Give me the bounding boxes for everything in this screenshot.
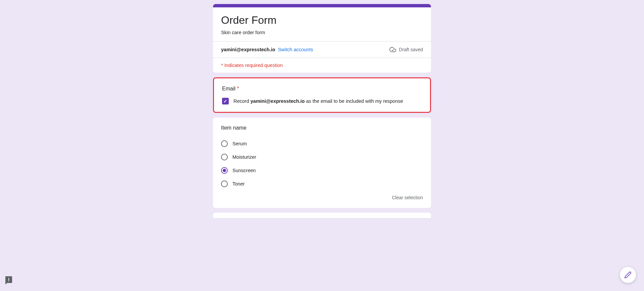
exclamation-icon: ! bbox=[8, 277, 10, 282]
account-row: yamini@expresstech.io Switch accounts Dr… bbox=[213, 41, 431, 58]
pencil-icon bbox=[624, 271, 632, 279]
radio-circle bbox=[221, 140, 228, 147]
cloud-check-icon bbox=[389, 46, 396, 53]
draft-status: Draft saved bbox=[389, 46, 423, 53]
checkmark-icon: ✓ bbox=[223, 98, 227, 104]
switch-accounts-link[interactable]: Switch accounts bbox=[278, 47, 313, 52]
item-question-card: Item name Serum Moisturizer Sunscreen To… bbox=[213, 118, 431, 208]
radio-circle bbox=[221, 154, 228, 160]
form-description: Skin care order form bbox=[221, 30, 423, 35]
radio-label: Serum bbox=[232, 141, 247, 146]
record-email-checkbox[interactable]: ✓ bbox=[222, 98, 229, 104]
radio-label: Moisturizer bbox=[232, 154, 256, 160]
radio-circle bbox=[221, 180, 228, 187]
record-email-row[interactable]: ✓ Record yamini@expresstech.io as the em… bbox=[222, 98, 422, 104]
record-email-label: Record yamini@expresstech.io as the emai… bbox=[233, 98, 403, 104]
radio-option-moisturizer[interactable]: Moisturizer bbox=[221, 150, 423, 164]
radio-inner-dot bbox=[223, 169, 226, 172]
edit-fab-button[interactable] bbox=[620, 267, 636, 283]
radio-circle-selected bbox=[221, 167, 228, 174]
clear-selection-link[interactable]: Clear selection bbox=[392, 195, 423, 200]
account-email: yamini@expresstech.io bbox=[221, 47, 275, 52]
radio-label: Toner bbox=[232, 181, 245, 187]
email-question-card: Email * ✓ Record yamini@expresstech.io a… bbox=[213, 77, 431, 113]
form-title: Order Form bbox=[221, 14, 423, 26]
draft-saved-text: Draft saved bbox=[399, 47, 423, 52]
feedback-button[interactable]: ! bbox=[5, 276, 12, 283]
header-card: Order Form Skin care order form yamini@e… bbox=[213, 4, 431, 73]
radio-option-serum[interactable]: Serum bbox=[221, 137, 423, 150]
header-accent-bar bbox=[213, 4, 431, 7]
email-question-title: Email * bbox=[222, 86, 422, 92]
feedback-tail bbox=[5, 283, 7, 285]
form-container: Order Form Skin care order form yamini@e… bbox=[213, 0, 431, 218]
radio-label: Sunscreen bbox=[232, 168, 256, 173]
clear-selection-row: Clear selection bbox=[221, 191, 423, 201]
record-prefix: Record bbox=[233, 98, 251, 104]
item-question-title: Item name bbox=[221, 125, 423, 131]
record-suffix: as the email to be included with my resp… bbox=[305, 98, 403, 104]
required-star: * bbox=[237, 86, 239, 91]
header-content: Order Form Skin care order form bbox=[213, 7, 431, 41]
radio-option-sunscreen[interactable]: Sunscreen bbox=[221, 164, 423, 177]
record-email-value: yamini@expresstech.io bbox=[251, 98, 305, 104]
email-label: Email bbox=[222, 86, 235, 91]
next-card-peek bbox=[213, 213, 431, 218]
radio-option-toner[interactable]: Toner bbox=[221, 177, 423, 191]
required-note: * Indicates required question bbox=[213, 58, 431, 73]
account-info: yamini@expresstech.io Switch accounts bbox=[221, 47, 313, 52]
